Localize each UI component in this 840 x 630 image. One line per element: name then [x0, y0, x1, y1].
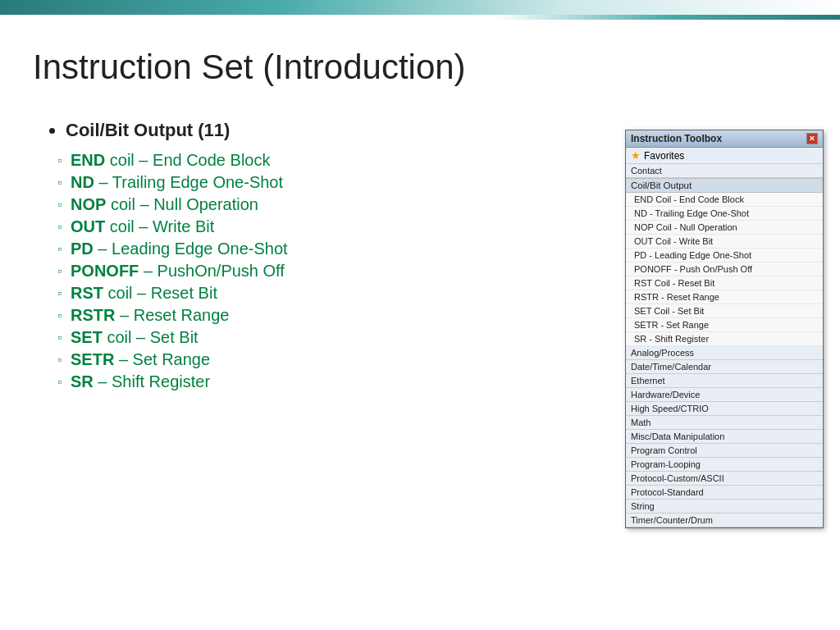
toolbox-category-item[interactable]: Program-Looping [626, 458, 823, 472]
toolbox-coil-item[interactable]: END Coil - End Code Block [626, 193, 823, 207]
toolbox-coil-item[interactable]: RSTR - Reset Range [626, 290, 823, 304]
toolbox-title: Instruction Toolbox [631, 133, 722, 144]
toolbox-category-item[interactable]: Protocol-Custom/ASCII [626, 472, 823, 486]
categories-toolbox: Analog/ProcessDate/Time/CalendarEthernet… [626, 346, 823, 527]
instruction-toolbox: Instruction Toolbox ✕ ★ Favorites Contac… [625, 130, 824, 528]
list-item: NOP coil – Null Operation [57, 195, 610, 214]
list-item: SR – Shift Register [57, 372, 610, 391]
toolbox-category-item[interactable]: Protocol-Standard [626, 486, 823, 500]
toolbox-category-item[interactable]: Date/Time/Calendar [626, 360, 823, 374]
toolbox-category-item[interactable]: Math [626, 416, 823, 430]
favorites-row[interactable]: ★ Favorites [626, 148, 823, 164]
toolbox-coil-item[interactable]: PD - Leading Edge One-Shot [626, 249, 823, 262]
star-icon: ★ [631, 149, 641, 162]
list-item: OUT coil – Write Bit [57, 217, 610, 236]
list-item: SET coil – Set Bit [57, 328, 610, 347]
main-bullet: Coil/Bit Output (11) [66, 120, 610, 141]
list-item: SETR – Set Range [57, 350, 610, 369]
coil-items-list: END coil – End Code BlockND – Trailing E… [57, 151, 610, 391]
list-item: PD – Leading Edge One-Shot [57, 240, 610, 258]
list-item: PONOFF – PushOn/Push Off [57, 262, 610, 281]
top-bar-accent [495, 15, 840, 20]
toolbox-category-item[interactable]: String [626, 500, 823, 514]
list-item: ND – Trailing Edge One-Shot [57, 173, 610, 192]
toolbox-coil-item[interactable]: RST Coil - Reset Bit [626, 276, 823, 290]
toolbox-coil-item[interactable]: ND - Trailing Edge One-Shot [626, 207, 823, 221]
toolbox-coil-item[interactable]: NOP Coil - Null Operation [626, 221, 823, 235]
toolbox-category-item[interactable]: Misc/Data Manipulation [626, 430, 823, 444]
toolbox-category-item[interactable]: Ethernet [626, 374, 823, 388]
toolbox-category-item[interactable]: Program Control [626, 444, 823, 458]
toolbox-coil-item[interactable]: SET Coil - Set Bit [626, 304, 823, 318]
main-content: Instruction Set (Introduction) Coil/Bit … [33, 23, 610, 630]
coil-items-toolbox: END Coil - End Code BlockND - Trailing E… [626, 193, 823, 346]
toolbox-coil-item[interactable]: SR - Shift Register [626, 332, 823, 346]
coil-output-header[interactable]: Coil/Bit Output [626, 178, 823, 193]
contact-category[interactable]: Contact [626, 164, 823, 178]
list-item: RSTR – Reset Range [57, 306, 610, 325]
close-button[interactable]: ✕ [806, 133, 818, 144]
list-item: RST coil – Reset Bit [57, 284, 610, 303]
toolbox-coil-item[interactable]: PONOFF - Push On/Push Off [626, 262, 823, 276]
list-item: END coil – End Code Block [57, 151, 610, 170]
toolbox-category-item[interactable]: Timer/Counter/Drum [626, 514, 823, 527]
top-bar [0, 0, 840, 15]
toolbox-coil-item[interactable]: OUT Coil - Write Bit [626, 235, 823, 249]
toolbox-category-item[interactable]: Analog/Process [626, 346, 823, 360]
bullet-section: Coil/Bit Output (11) [49, 120, 610, 141]
toolbox-category-item[interactable]: High Speed/CTRIO [626, 402, 823, 416]
toolbox-coil-item[interactable]: SETR - Set Range [626, 318, 823, 332]
page-title: Instruction Set (Introduction) [33, 48, 610, 87]
toolbox-header: Instruction Toolbox ✕ [626, 130, 823, 148]
favorites-label: Favorites [644, 150, 684, 162]
toolbox-category-item[interactable]: Hardware/Device [626, 388, 823, 402]
